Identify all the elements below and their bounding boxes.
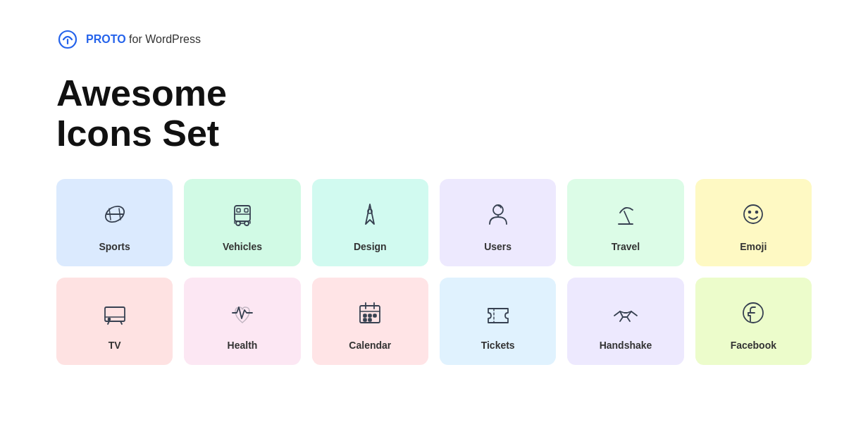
proto-logo-icon (56, 28, 79, 51)
icon-card-calendar[interactable]: Calendar (312, 278, 428, 365)
svg-point-10 (236, 221, 240, 225)
health-label: Health (228, 340, 258, 351)
icon-card-vehicles[interactable]: Vehicles (184, 179, 300, 266)
icon-card-design[interactable]: Design (312, 179, 428, 266)
sports-label: Sports (99, 241, 130, 252)
users-label: Users (484, 241, 512, 252)
vehicles-icon (227, 199, 258, 230)
svg-rect-35 (364, 318, 366, 321)
calendar-label: Calendar (349, 340, 391, 351)
design-label: Design (354, 241, 387, 252)
design-icon (354, 199, 385, 230)
svg-rect-33 (368, 314, 371, 317)
icon-card-users[interactable]: Users (440, 179, 556, 266)
handshake-label: Handshake (600, 340, 652, 351)
emoji-label: Emoji (740, 241, 767, 252)
tickets-label: Tickets (481, 340, 515, 351)
svg-point-27 (108, 318, 110, 321)
page-title: Awesome Icons Set (56, 73, 812, 154)
icon-card-health[interactable]: Health (184, 278, 300, 365)
emoji-icon (738, 199, 769, 230)
icon-card-travel[interactable]: Travel (567, 179, 683, 266)
icon-card-tv[interactable]: TV (56, 278, 173, 365)
svg-point-20 (744, 205, 762, 223)
logo-text: PROTO for WordPress (86, 33, 201, 46)
svg-point-21 (749, 211, 751, 213)
travel-label: Travel (612, 241, 640, 252)
svg-line-4 (109, 209, 111, 220)
header: PROTO for WordPress (56, 28, 812, 51)
svg-rect-34 (373, 314, 376, 317)
icon-card-sports[interactable]: Sports (56, 179, 173, 266)
svg-line-38 (620, 317, 623, 321)
vehicles-label: Vehicles (223, 241, 262, 252)
svg-point-11 (244, 221, 249, 225)
facebook-label: Facebook (731, 340, 776, 351)
svg-rect-8 (244, 209, 248, 212)
travel-icon (610, 199, 641, 230)
tv-label: TV (108, 340, 121, 351)
svg-point-16 (493, 205, 503, 215)
svg-line-39 (627, 317, 630, 321)
svg-rect-7 (237, 209, 240, 212)
calendar-icon (354, 297, 385, 328)
svg-line-5 (119, 209, 120, 220)
svg-rect-32 (364, 314, 366, 317)
health-icon (227, 297, 258, 328)
users-icon (483, 199, 514, 230)
svg-line-18 (624, 211, 630, 224)
svg-rect-6 (235, 206, 250, 221)
svg-rect-36 (368, 318, 371, 321)
icon-card-facebook[interactable]: Facebook (695, 278, 812, 365)
tv-icon (99, 297, 130, 328)
sports-icon (99, 199, 130, 230)
icon-grid: Sports Vehicles Design (56, 179, 812, 365)
icon-card-emoji[interactable]: Emoji (695, 179, 812, 266)
icon-card-tickets[interactable]: Tickets (440, 278, 556, 365)
svg-point-22 (756, 211, 758, 213)
tickets-icon (483, 297, 514, 328)
facebook-icon (738, 297, 769, 328)
icon-card-handshake[interactable]: Handshake (567, 278, 683, 365)
handshake-icon (610, 297, 641, 328)
